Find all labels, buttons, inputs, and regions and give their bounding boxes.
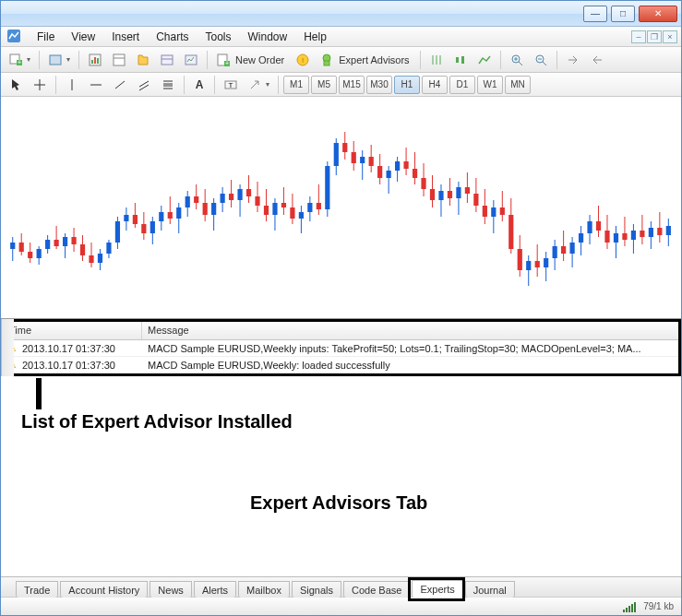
chart-area[interactable] (1, 97, 681, 318)
tab-trade[interactable]: Trade (16, 581, 58, 598)
svg-rect-85 (176, 207, 181, 219)
zoom-out-button[interactable] (530, 50, 552, 70)
mdi-close-button[interactable]: × (663, 30, 677, 43)
svg-line-27 (519, 62, 522, 65)
svg-rect-51 (28, 252, 32, 258)
tab-journal[interactable]: Journal (465, 581, 515, 598)
svg-text:+: + (225, 60, 229, 66)
svg-rect-131 (377, 166, 382, 178)
svg-rect-175 (569, 243, 574, 254)
terminal-button[interactable] (156, 50, 178, 70)
svg-rect-49 (19, 243, 24, 252)
new-order-label: New Order (233, 54, 286, 65)
mdi-controls: – ❐ × (631, 30, 679, 43)
tab-code-base[interactable]: Code Base (343, 581, 410, 598)
window-minimize-button[interactable]: — (583, 6, 607, 22)
menu-charts[interactable]: Charts (148, 29, 197, 45)
timeframe-m15[interactable]: M15 (339, 76, 365, 94)
timeframe-m1[interactable]: M1 (283, 76, 309, 94)
timeframe-h4[interactable]: H4 (422, 76, 448, 94)
navigator-button[interactable] (132, 50, 154, 70)
svg-rect-193 (649, 228, 653, 237)
annotation-area: List of Expert Advisor Installed Expert … (1, 376, 681, 576)
tab-experts[interactable]: Experts (412, 580, 462, 598)
menu-view[interactable]: View (63, 29, 103, 45)
svg-rect-119 (325, 166, 329, 209)
timeframe-mn[interactable]: MN (505, 76, 531, 94)
svg-rect-101 (246, 189, 251, 196)
vertical-line-button[interactable] (61, 75, 83, 95)
mdi-minimize-button[interactable]: – (631, 30, 646, 43)
log-message: MACD Sample EURUSD,Weekly: loaded succes… (142, 360, 678, 371)
svg-rect-99 (237, 189, 242, 200)
text-label-button[interactable]: T (220, 75, 242, 95)
profiles-button[interactable]: ▾ (44, 50, 74, 70)
new-order-button[interactable]: +New Order (212, 50, 290, 70)
svg-rect-79 (150, 221, 155, 233)
expert-advisors-button[interactable]: Expert Advisors (316, 50, 414, 70)
timeframe-m30[interactable]: M30 (366, 76, 392, 94)
menu-tools[interactable]: Tools (197, 29, 240, 45)
crosshair-button[interactable] (29, 75, 51, 95)
svg-rect-117 (317, 203, 321, 209)
data-window-button[interactable] (108, 50, 130, 70)
menu-insert[interactable]: Insert (103, 29, 148, 45)
svg-rect-63 (80, 244, 85, 255)
auto-scroll-button[interactable] (562, 50, 584, 70)
line-chart-button[interactable] (473, 50, 496, 70)
col-header-message[interactable]: Message (142, 322, 678, 339)
tab-signals[interactable]: Signals (292, 581, 341, 598)
horizontal-line-button[interactable] (85, 75, 107, 95)
svg-rect-75 (133, 215, 138, 224)
col-header-time[interactable]: Time (4, 322, 142, 339)
metaeditor-button[interactable]: ! (292, 50, 314, 70)
svg-rect-91 (203, 203, 208, 215)
log-row[interactable]: ⚠ 2013.10.17 01:37:30 MACD Sample EURUSD… (4, 357, 678, 373)
tab-account-history[interactable]: Account History (60, 581, 148, 598)
candle-chart-button[interactable] (449, 50, 472, 70)
tab-mailbox[interactable]: Mailbox (238, 581, 290, 598)
menu-file[interactable]: File (29, 29, 63, 45)
menu-window[interactable]: Window (240, 29, 296, 45)
log-row[interactable]: ⚠ 2013.10.17 01:37:30 MACD Sample EURUSD… (4, 340, 678, 357)
menubar: File View Insert Charts Tools Window Hel… (1, 27, 681, 47)
svg-rect-69 (106, 243, 111, 254)
window-maximize-button[interactable]: □ (611, 6, 635, 22)
zoom-in-button[interactable] (506, 50, 528, 70)
log-time: 2013.10.17 01:37:30 (20, 343, 142, 354)
status-bar: 79/1 kb (1, 597, 681, 615)
svg-rect-161 (509, 215, 513, 249)
svg-rect-25 (461, 56, 464, 64)
chart-shift-button[interactable] (586, 50, 608, 70)
svg-rect-155 (483, 206, 487, 217)
timeframe-d1[interactable]: D1 (449, 76, 475, 94)
window-close-button[interactable]: ✕ (639, 6, 677, 22)
cursor-button[interactable] (5, 75, 27, 95)
svg-rect-147 (448, 191, 452, 198)
experts-log-table: Time Message ⚠ 2013.10.17 01:37:30 MACD … (1, 319, 681, 376)
tab-news[interactable]: News (150, 581, 192, 598)
new-chart-button[interactable]: +▾ (5, 50, 34, 70)
svg-rect-24 (456, 57, 459, 63)
strategy-tester-button[interactable] (180, 50, 202, 70)
tab-alerts[interactable]: Alerts (194, 581, 236, 598)
menu-help[interactable]: Help (295, 29, 335, 45)
svg-text:T: T (229, 81, 233, 89)
mdi-restore-button[interactable]: ❐ (647, 30, 662, 43)
fibonacci-button[interactable] (157, 75, 179, 95)
trendline-button[interactable] (109, 75, 131, 95)
svg-rect-93 (211, 203, 216, 215)
svg-text:+: + (18, 59, 21, 65)
timeframe-w1[interactable]: W1 (477, 76, 503, 94)
text-button[interactable]: A (189, 75, 209, 95)
bar-chart-button[interactable] (425, 50, 448, 70)
timeframe-m5[interactable]: M5 (311, 76, 337, 94)
market-watch-button[interactable] (84, 50, 106, 70)
svg-rect-9 (114, 54, 125, 65)
svg-rect-111 (290, 207, 294, 219)
timeframe-h1[interactable]: H1 (394, 76, 420, 94)
log-message: MACD Sample EURUSD,Weekly inputs: TakePr… (142, 343, 678, 354)
channel-button[interactable] (133, 75, 155, 95)
arrows-button[interactable]: ▾ (244, 75, 273, 95)
titlebar: — □ ✕ (1, 1, 681, 27)
